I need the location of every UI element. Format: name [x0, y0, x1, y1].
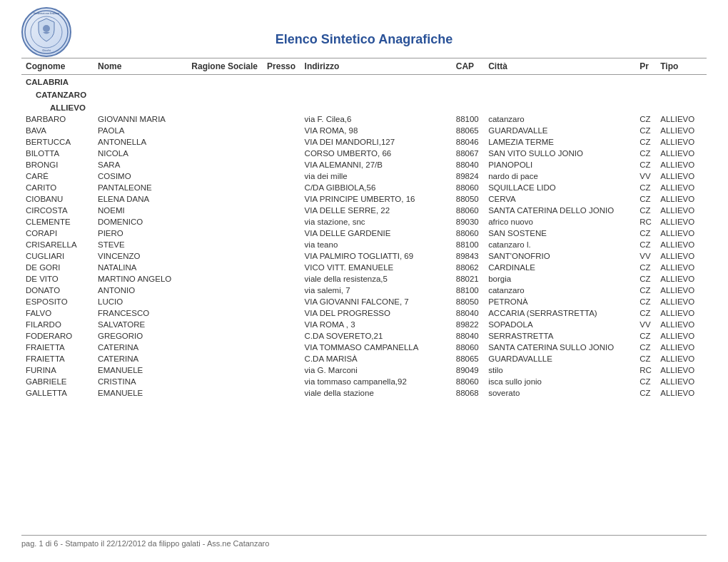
- cell-indirizzo: VIA TOMMASO CAMPANELLA: [300, 342, 452, 353]
- cell-cap: 88060: [452, 376, 484, 387]
- table-header-row: Cognome Nome Ragione Sociale Presso Indi…: [21, 58, 707, 75]
- cell-pr: CZ: [635, 285, 656, 296]
- cell-indirizzo: viale della resistenza,5: [300, 273, 452, 285]
- cell-citta: LAMEZIA TERME: [484, 136, 635, 148]
- main-content: Cognome Nome Ragione Sociale Presso Indi…: [0, 58, 728, 399]
- cell-tipo: ALLIEVO: [656, 307, 707, 319]
- cell-tipo: ALLIEVO: [656, 387, 707, 399]
- svg-point-2: [43, 25, 50, 32]
- cell-tipo: ALLIEVO: [656, 113, 707, 125]
- cell-citta: CARDINALE: [484, 262, 635, 273]
- table-row: CIRCOSTANOEMIVIA DELLE SERRE, 2288060SAN…: [21, 205, 707, 216]
- svg-text:Giochi: Giochi: [42, 48, 50, 52]
- cell-cap: 88068: [452, 387, 484, 399]
- cell-presso: [263, 342, 300, 353]
- cell-cognome: CRISARELLA: [21, 239, 93, 250]
- cell-cap: 88100: [452, 239, 484, 250]
- col-header-cap: CAP: [452, 58, 484, 75]
- cell-ragione: [187, 182, 263, 193]
- cell-presso: [263, 125, 300, 136]
- cell-citta: africo nuovo: [484, 216, 635, 228]
- cell-cognome: CLEMENTE: [21, 216, 93, 228]
- cell-nome: NICOLA: [93, 148, 187, 159]
- page-title: Elenco Sintetico Anagrafiche: [275, 32, 453, 47]
- cell-pr: CZ: [635, 239, 656, 250]
- table-row: GABRIELECRISTINAvia tommaso campanella,9…: [21, 376, 707, 387]
- cell-ragione: [187, 296, 263, 307]
- cell-cap: 88050: [452, 193, 484, 205]
- cell-presso: [263, 228, 300, 239]
- cell-cognome: ESPOSITO: [21, 296, 93, 307]
- cell-cognome: DONATO: [21, 285, 93, 296]
- cell-indirizzo: via dei mille: [300, 170, 452, 182]
- cell-cognome: CUGLIARI: [21, 250, 93, 262]
- cell-nome: PIERO: [93, 228, 187, 239]
- table-row: BERTUCCAANTONELLAVIA DEI MANDORLI,127880…: [21, 136, 707, 148]
- cell-tipo: ALLIEVO: [656, 262, 707, 273]
- cell-cap: 88067: [452, 148, 484, 159]
- cell-citta: SANTA CATERINA DELLO JONIO: [484, 205, 635, 216]
- cell-cognome: FODERARO: [21, 330, 93, 342]
- cell-citta: borgia: [484, 273, 635, 285]
- cell-cognome: DE VITO: [21, 273, 93, 285]
- cell-presso: [263, 250, 300, 262]
- cell-indirizzo: C.DA SOVERETO,21: [300, 330, 452, 342]
- cell-indirizzo: VIA ALEMANNI, 27/B: [300, 159, 452, 170]
- cell-citta: SANT'ONOFRIO: [484, 250, 635, 262]
- cell-ragione: [187, 125, 263, 136]
- cell-indirizzo: VICO VITT. EMANUELE: [300, 262, 452, 273]
- cell-presso: [263, 307, 300, 319]
- cell-tipo: ALLIEVO: [656, 250, 707, 262]
- cell-citta: SAN VITO SULLO JONIO: [484, 148, 635, 159]
- cell-nome: LUCIO: [93, 296, 187, 307]
- cell-nome: ELENA DANA: [93, 193, 187, 205]
- page-header: Federazione Italiana Giochi Elenco Sinte…: [0, 0, 728, 58]
- cell-nome: COSIMO: [93, 170, 187, 182]
- cell-ragione: [187, 250, 263, 262]
- cell-presso: [263, 136, 300, 148]
- cell-nome: STEVE: [93, 239, 187, 250]
- cell-ragione: [187, 285, 263, 296]
- cell-citta: CERVA: [484, 193, 635, 205]
- cell-presso: [263, 285, 300, 296]
- province-label: CATANZARO: [21, 88, 707, 101]
- region-header-row: CALABRIA: [21, 75, 707, 88]
- table-row: CLEMENTEDOMENICOvia stazione, snc89030af…: [21, 216, 707, 228]
- cell-cognome: BRONGI: [21, 159, 93, 170]
- cell-ragione: [187, 148, 263, 159]
- col-header-ragione: Ragione Sociale: [187, 58, 263, 75]
- cell-presso: [263, 296, 300, 307]
- cell-citta: GUARDAVALLLE: [484, 353, 635, 364]
- cell-tipo: ALLIEVO: [656, 170, 707, 182]
- table-row: FILARDOSALVATOREVIA ROMA , 389822SOPADOL…: [21, 319, 707, 330]
- cell-ragione: [187, 319, 263, 330]
- cell-cognome: BARBARO: [21, 113, 93, 125]
- cell-tipo: ALLIEVO: [656, 159, 707, 170]
- cell-presso: [263, 364, 300, 376]
- cell-tipo: ALLIEVO: [656, 136, 707, 148]
- cell-cap: 88100: [452, 285, 484, 296]
- table-row: BILOTTANICOLACORSO UMBERTO, 6688067SAN V…: [21, 148, 707, 159]
- cell-cap: 89843: [452, 250, 484, 262]
- table-row: CUGLIARIVINCENZOVIA PALMIRO TOGLIATTI, 6…: [21, 250, 707, 262]
- cell-presso: [263, 170, 300, 182]
- cell-citta: PIANOPOLI: [484, 159, 635, 170]
- cell-indirizzo: CORSO UMBERTO, 66: [300, 148, 452, 159]
- cell-ragione: [187, 136, 263, 148]
- table-row: CARÉCOSIMOvia dei mille89824nardo di pac…: [21, 170, 707, 182]
- cell-cap: 89824: [452, 170, 484, 182]
- cell-pr: VV: [635, 170, 656, 182]
- cell-pr: CZ: [635, 136, 656, 148]
- cell-ragione: [187, 353, 263, 364]
- cell-tipo: ALLIEVO: [656, 330, 707, 342]
- cell-tipo: ALLIEVO: [656, 125, 707, 136]
- col-header-presso: Presso: [263, 58, 300, 75]
- table-row: DE GORINATALINAVICO VITT. EMANUELE88062C…: [21, 262, 707, 273]
- col-header-pr: Pr: [635, 58, 656, 75]
- table-row: FRAIETTACATERINAC.DA MARISÀ88065GUARDAVA…: [21, 353, 707, 364]
- cell-pr: CZ: [635, 342, 656, 353]
- cell-cap: 88060: [452, 228, 484, 239]
- cell-ragione: [187, 342, 263, 353]
- col-header-indirizzo: Indirizzo: [300, 58, 452, 75]
- records-table: Cognome Nome Ragione Sociale Presso Indi…: [21, 58, 707, 399]
